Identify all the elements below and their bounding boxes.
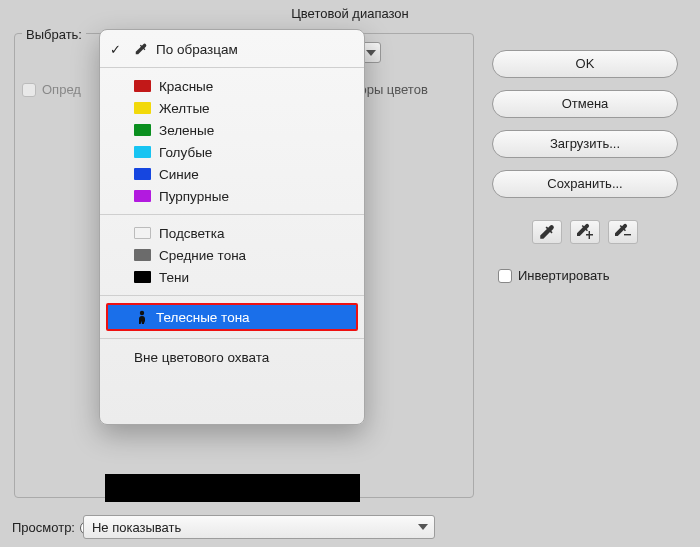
detect-faces-checkbox bbox=[22, 83, 36, 97]
separator bbox=[100, 338, 364, 339]
svg-rect-1 bbox=[624, 234, 631, 235]
invert-checkbox[interactable] bbox=[498, 269, 512, 283]
swatch bbox=[134, 146, 151, 158]
option-midtones[interactable]: Средние тона bbox=[100, 244, 364, 266]
eyedropper-tools bbox=[492, 220, 678, 244]
swatch bbox=[134, 190, 151, 202]
chevron-down-icon bbox=[366, 50, 376, 56]
separator bbox=[100, 214, 364, 215]
option-out-of-gamut[interactable]: Вне цветового охвата bbox=[100, 346, 364, 368]
preview-mode-select[interactable]: Не показывать bbox=[83, 515, 435, 539]
swatch bbox=[134, 124, 151, 136]
eyedropper-icon bbox=[134, 42, 148, 56]
swatch bbox=[134, 102, 151, 114]
separator bbox=[100, 295, 364, 296]
eyedropper-plus-icon bbox=[576, 223, 594, 241]
invert-label: Инвертировать bbox=[518, 268, 610, 283]
eyedropper-minus-icon bbox=[614, 223, 632, 241]
detect-faces-label: Опред bbox=[42, 82, 81, 97]
eyedropper-subtract-button[interactable] bbox=[608, 220, 638, 244]
checkmark-icon: ✓ bbox=[110, 42, 121, 57]
swatch bbox=[134, 249, 151, 261]
option-cyans[interactable]: Голубые bbox=[100, 141, 364, 163]
swatch bbox=[134, 168, 151, 180]
select-dropdown[interactable]: ✓ По образцам Красные Желтые Зеленые Гол… bbox=[99, 29, 365, 425]
eyedropper-add-button[interactable] bbox=[570, 220, 600, 244]
option-shadows[interactable]: Тени bbox=[100, 266, 364, 288]
option-greens[interactable]: Зеленые bbox=[100, 119, 364, 141]
swatch bbox=[134, 227, 151, 239]
svg-point-0 bbox=[140, 311, 144, 315]
swatch bbox=[134, 271, 151, 283]
option-blues[interactable]: Синие bbox=[100, 163, 364, 185]
eyedropper-icon bbox=[538, 223, 556, 241]
detect-faces-row: Опред bbox=[22, 82, 81, 97]
save-button[interactable]: Сохранить... bbox=[492, 170, 678, 198]
option-magentas[interactable]: Пурпурные bbox=[100, 185, 364, 207]
preview-area bbox=[105, 474, 360, 502]
preview-mode-row: Просмотр: Не показывать bbox=[12, 515, 435, 539]
option-yellows[interactable]: Желтые bbox=[100, 97, 364, 119]
select-label: Выбрать: bbox=[22, 27, 86, 42]
option-highlights[interactable]: Подсветка bbox=[100, 222, 364, 244]
dialog-title: Цветовой диапазон bbox=[0, 0, 700, 21]
separator bbox=[100, 67, 364, 68]
eyedropper-button[interactable] bbox=[532, 220, 562, 244]
person-icon bbox=[136, 310, 148, 324]
load-button[interactable]: Загрузить... bbox=[492, 130, 678, 158]
option-skin-tones[interactable]: Телесные тона bbox=[106, 303, 358, 331]
option-sampled[interactable]: ✓ По образцам bbox=[100, 38, 364, 60]
chevron-down-icon bbox=[418, 524, 428, 530]
option-reds[interactable]: Красные bbox=[100, 75, 364, 97]
preview-mode-label: Просмотр: bbox=[12, 520, 75, 535]
swatch bbox=[134, 80, 151, 92]
ok-button[interactable]: OK bbox=[492, 50, 678, 78]
invert-row: Инвертировать bbox=[498, 268, 678, 283]
cancel-button[interactable]: Отмена bbox=[492, 90, 678, 118]
action-column: OK Отмена Загрузить... Сохранить... Инве… bbox=[492, 50, 678, 283]
